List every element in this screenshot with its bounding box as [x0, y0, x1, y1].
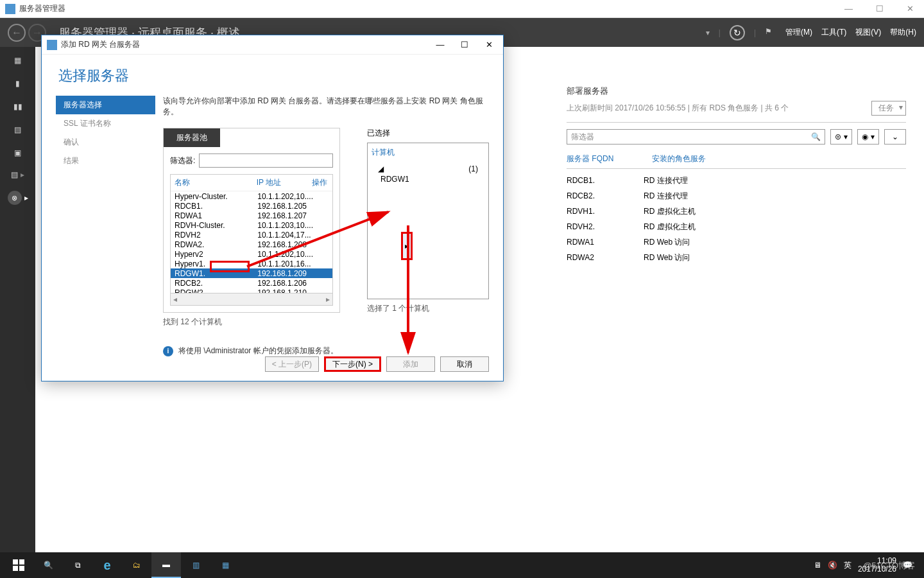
deploy-row[interactable]: RDVH2.RD 虚拟化主机 [567, 219, 906, 234]
ie-icon[interactable]: e [92, 552, 122, 578]
left-rail: ▦ ▮ ▮▮ ▤ ▣ ▤▸ ⊗▸ [0, 47, 35, 552]
selected-item[interactable]: RDGW1 [372, 173, 484, 185]
deploy-subtitle: 上次刷新时间 2017/10/26 10:56:55 | 所有 RDS 角色服务… [567, 103, 789, 114]
save-query-button[interactable]: ◉ ▾ [857, 129, 879, 144]
add-button[interactable]: 添加 [386, 356, 435, 372]
deploy-row[interactable]: RDVH1.RD 虚拟化主机 [567, 204, 906, 219]
deploy-row[interactable]: RDCB2.RD 连接代理 [567, 188, 906, 204]
main-window-titlebar: 服务器管理器 — ☐ ✕ [0, 0, 924, 18]
app-title: 服务器管理器 [19, 3, 65, 14]
next-button[interactable]: 下一步(N) > [324, 356, 381, 372]
server-filter-input[interactable] [199, 153, 333, 168]
wizard-close-icon[interactable]: ✕ [480, 40, 498, 49]
pool-row[interactable]: RDWA1192.168.1.207 [171, 211, 332, 220]
deploy-row[interactable]: RDWA2RD Web 访问 [567, 250, 906, 265]
col-ip[interactable]: IP 地址 [257, 177, 312, 188]
deploy-row[interactable]: RDWA1RD Web 访问 [567, 234, 906, 250]
nav-confirm[interactable]: 确认 [56, 133, 155, 152]
dropdown-icon[interactable]: ▾ [706, 28, 710, 37]
rail-iis-icon[interactable]: ▤▸ [0, 170, 35, 179]
rail-hyper-icon[interactable]: ▣ [10, 147, 26, 159]
pool-row[interactable]: RDCB2.192.168.1.206 [171, 278, 332, 288]
wizard-minimize-icon[interactable]: — [431, 40, 449, 49]
svg-rect-2 [13, 559, 18, 565]
menu-manage[interactable]: 管理(M) [785, 27, 812, 38]
cluster-icon[interactable]: ▦ [210, 552, 240, 578]
tree-expand-icon[interactable]: ◢ [378, 164, 384, 173]
expand-button[interactable]: ⌄ [884, 129, 906, 144]
move-right-button[interactable]: ▸ [401, 232, 413, 260]
search-icon[interactable]: 🔍 [811, 132, 821, 141]
tasks-dropdown[interactable]: 任务 [871, 101, 906, 116]
wizard-maximize-icon[interactable]: ☐ [456, 40, 474, 49]
pool-row[interactable]: Hyperv-Cluster.10.1.1.202,10.... [171, 191, 332, 201]
pool-row[interactable]: RDVH-Cluster.10.1.1.203,10.... [171, 220, 332, 230]
rail-rds-icon[interactable]: ⊗▸ [0, 191, 35, 205]
col-name[interactable]: 名称 [175, 177, 257, 188]
pool-row[interactable]: RDVH210.1.1.204,17... [171, 230, 332, 240]
svg-rect-4 [13, 566, 18, 571]
pool-row[interactable]: RDGW2.192.168.1.210 [171, 288, 332, 293]
col-os[interactable]: 操作 [312, 177, 329, 188]
notifications-flag-icon[interactable]: ⚑ [765, 27, 776, 39]
nav-ssl-cert[interactable]: SSL 证书名称 [56, 114, 155, 133]
hyperv-icon[interactable]: ▥ [181, 552, 210, 578]
rail-all-icon[interactable]: ▮▮ [10, 101, 26, 112]
maximize-icon[interactable]: ☐ [871, 1, 889, 16]
nav-back-button[interactable]: ← [8, 24, 26, 42]
server-manager-taskbar-icon[interactable]: ▬ [151, 552, 181, 578]
rail-files-icon[interactable]: ▤ [10, 124, 26, 136]
svg-rect-3 [19, 559, 24, 565]
cancel-button[interactable]: 取消 [440, 356, 489, 372]
nav-server-selection[interactable]: 服务器选择 [56, 96, 155, 114]
pool-row[interactable]: RDCB1.192.168.1.205 [171, 201, 332, 211]
pool-row[interactable]: RDWA2.192.168.1.208 [171, 240, 332, 249]
deploy-row[interactable]: RDCB1.RD 连接代理 [567, 173, 906, 188]
pool-row[interactable]: Hyperv1.10.1.1.201,16... [171, 259, 332, 268]
window-controls: — ☐ ✕ [839, 1, 919, 16]
menu-tools[interactable]: 工具(T) [821, 27, 846, 38]
wizard-dialog: 添加 RD 网关 台服务器 — ☐ ✕ 选择服务器 服务器选择 SSL 证书名称… [41, 35, 504, 381]
close-icon[interactable]: ✕ [902, 1, 919, 16]
tray-network-icon[interactable]: 🖥 [814, 561, 821, 570]
taskview-icon[interactable]: ⧉ [63, 552, 92, 578]
wizard-nav: 服务器选择 SSL 证书名称 确认 结果 [56, 96, 155, 356]
nav-result[interactable]: 结果 [56, 152, 155, 170]
info-icon: i [163, 346, 173, 356]
pool-row[interactable]: Hyperv210.1.1.202,10.... [171, 249, 332, 259]
start-button[interactable] [4, 552, 33, 578]
selected-count: (1) [468, 164, 478, 173]
svg-rect-5 [19, 566, 24, 571]
pool-row[interactable]: RDGW1.192.168.1.209 [171, 268, 332, 278]
view-options-button[interactable]: ⊜ ▾ [830, 129, 852, 144]
rail-dashboard-icon[interactable]: ▦ [10, 55, 26, 66]
deploy-col-role[interactable]: 安装的角色服务 [652, 153, 706, 164]
pool-found-count: 找到 12 个计算机 [163, 317, 340, 328]
tray-ime[interactable]: 英 [844, 560, 851, 571]
deploy-filter-input[interactable]: 筛选器 🔍 [567, 129, 825, 144]
rail-local-icon[interactable]: ▮ [10, 78, 26, 89]
wizard-title: 添加 RD 网关 台服务器 [61, 39, 140, 50]
selected-header: 计算机 [372, 147, 484, 158]
watermark: @51CTO博客 [863, 560, 915, 572]
menu-help[interactable]: 帮助(H) [890, 27, 916, 38]
selected-label: 已选择 [367, 128, 489, 139]
deployment-servers-panel: 部署服务器 上次刷新时间 2017/10/26 10:56:55 | 所有 RD… [567, 85, 906, 265]
refresh-icon[interactable]: ↻ [730, 25, 745, 40]
explorer-icon[interactable]: 🗂 [122, 552, 151, 578]
tray-volume-icon[interactable]: 🔇 [828, 561, 837, 570]
wizard-icon [47, 40, 57, 50]
filter-label: 筛选器: [170, 155, 195, 166]
deploy-col-fqdn[interactable]: 服务器 FQDN [567, 153, 613, 164]
selected-found-count: 选择了 1 个计算机 [367, 303, 489, 314]
server-pool-box: 服务器池 筛选器: 名称 IP 地址 操作 [163, 128, 340, 313]
prev-button[interactable]: < 上一步(P) [265, 356, 319, 372]
info-text: 将使用 \Administrator 帐户的凭据添加服务器。 [178, 346, 338, 356]
selected-list[interactable]: 计算机 ◢ (1) RDGW1 [367, 143, 489, 299]
search-taskbar-icon[interactable]: 🔍 [33, 552, 63, 578]
taskbar: 🔍 ⧉ e 🗂 ▬ ▥ ▦ 🖥 🔇 英 11:09 2017/10/26 💬 [0, 552, 924, 578]
minimize-icon[interactable]: — [839, 1, 858, 16]
menu-view[interactable]: 视图(V) [855, 27, 881, 38]
horizontal-scrollbar[interactable]: ◂▸ [171, 293, 332, 305]
server-pool-tab[interactable]: 服务器池 [164, 128, 220, 147]
